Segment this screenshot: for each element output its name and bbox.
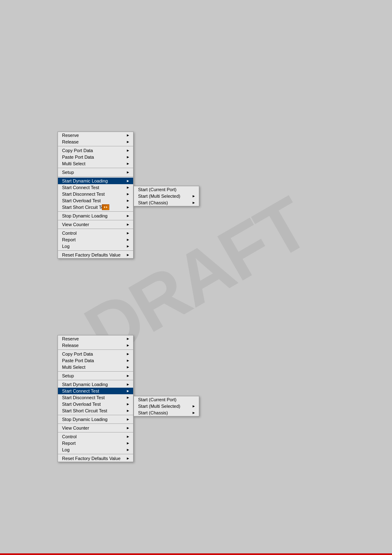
arrow-icon: ► xyxy=(126,382,130,386)
menu2-setup[interactable]: Setup ► xyxy=(58,372,133,379)
separator xyxy=(58,454,133,454)
arrow-icon: ► xyxy=(126,358,130,363)
arrow-icon: ► xyxy=(126,395,130,400)
menu1-reset-factory[interactable]: Reset Factory Defaults Value ► xyxy=(58,252,133,258)
menu2-reserve[interactable]: Reserve ► xyxy=(58,335,133,342)
draft-watermark: DRAFT xyxy=(0,0,392,555)
menu2-start-short-circuit-test[interactable]: Start Short Circuit Test ► xyxy=(58,407,133,414)
arrow-icon: ► xyxy=(126,140,130,144)
context-menu-1: Reserve ► Release ► Copy Port Data ► Pas… xyxy=(58,132,134,259)
separator xyxy=(58,211,133,212)
arrow-icon: ► xyxy=(126,244,130,248)
arrow-icon: ► xyxy=(126,448,130,452)
submenu-2: Start (Current Port) Start (Multi Select… xyxy=(134,396,199,416)
separator xyxy=(58,415,133,415)
menu1-start-disconnect-test[interactable]: Start Disconnect Test ► xyxy=(58,191,133,197)
svg-rect-2 xyxy=(106,206,107,208)
arrow-icon: ► xyxy=(126,199,130,203)
separator xyxy=(58,250,133,251)
menu2-start-overload-test[interactable]: Start Overload Test ► xyxy=(58,401,133,407)
menu1-start-dynamic-loading[interactable]: Start Dynamic Loading ► xyxy=(58,178,133,184)
sub1-start-current-port[interactable]: Start (Current Port) xyxy=(134,186,199,193)
menu1-report[interactable]: Report ► xyxy=(58,236,133,243)
separator xyxy=(58,220,133,220)
port-svg xyxy=(103,205,108,209)
menu2-report[interactable]: Report ► xyxy=(58,440,133,446)
arrow-icon: ► xyxy=(126,192,130,196)
menu2-log[interactable]: Log ► xyxy=(58,446,133,453)
menu2-start-dynamic-loading[interactable]: Start Dynamic Loading ► xyxy=(58,381,133,388)
menu1-start-overload-test[interactable]: Start Overload Test ► xyxy=(58,197,133,204)
port-icon xyxy=(102,204,109,212)
separator xyxy=(58,176,133,177)
arrow-icon: ► xyxy=(126,133,130,137)
menu2-view-counter[interactable]: View Counter ► xyxy=(58,425,133,431)
context-menu-2: Reserve ► Release ► Copy Port Data ► Pas… xyxy=(58,335,134,462)
menu2-multi-select[interactable]: Multi Select ► xyxy=(58,364,133,370)
arrow-icon: ► xyxy=(126,402,130,406)
menu2-paste-port-data[interactable]: Paste Port Data ► xyxy=(58,357,133,364)
arrow-icon: ► xyxy=(126,441,130,445)
arrow-icon: ► xyxy=(192,201,196,205)
menu2-reset-factory[interactable]: Reset Factory Defaults Value ► xyxy=(58,455,133,462)
submenu-1: Start (Current Port) Start (Multi Select… xyxy=(134,186,199,206)
separator xyxy=(58,380,133,380)
svg-rect-1 xyxy=(104,206,105,208)
menu1-paste-port-data[interactable]: Paste Port Data ► xyxy=(58,154,133,160)
menu1-start-connect-test[interactable]: Start Connect Test ► xyxy=(58,184,133,191)
menu1-setup[interactable]: Setup ► xyxy=(58,169,133,176)
menu2-control[interactable]: Control ► xyxy=(58,433,133,440)
sub2-start-current-port[interactable]: Start (Current Port) xyxy=(134,396,199,403)
menu1-start-short-circuit-test[interactable]: Start Short Circuit Test ► xyxy=(58,204,133,210)
arrow-icon: ► xyxy=(126,148,130,153)
menu1-log[interactable]: Log ► xyxy=(58,243,133,250)
separator xyxy=(58,146,133,146)
arrow-icon: ► xyxy=(126,343,130,347)
menu1-stop-dynamic-loading[interactable]: Stop Dynamic Loading ► xyxy=(58,213,133,219)
arrow-icon: ► xyxy=(126,238,130,242)
separator xyxy=(58,423,133,424)
arrow-icon: ► xyxy=(126,179,130,183)
arrow-icon: ► xyxy=(126,170,130,174)
menu2-start-disconnect-test[interactable]: Start Disconnect Test ► xyxy=(58,394,133,401)
menu2-release[interactable]: Release ► xyxy=(58,342,133,349)
arrow-icon: ► xyxy=(126,365,130,369)
separator xyxy=(58,432,133,432)
arrow-icon: ► xyxy=(126,337,130,341)
arrow-icon: ► xyxy=(126,374,130,378)
arrow-icon: ► xyxy=(126,214,130,218)
arrow-icon: ► xyxy=(126,409,130,413)
arrow-icon: ► xyxy=(126,231,130,235)
arrow-icon: ► xyxy=(192,411,196,415)
arrow-icon: ► xyxy=(126,155,130,159)
menu1-multi-select[interactable]: Multi Select ► xyxy=(58,160,133,167)
menu1-control[interactable]: Control ► xyxy=(58,230,133,236)
bottom-border xyxy=(0,553,392,555)
menu1-copy-port-data[interactable]: Copy Port Data ► xyxy=(58,147,133,154)
sub2-start-chassis[interactable]: Start (Chassis) ► xyxy=(134,409,199,416)
arrow-icon: ► xyxy=(192,404,196,408)
separator xyxy=(58,229,133,229)
menu2-start-connect-test[interactable]: Start Connect Test ► xyxy=(58,388,133,394)
menu2-stop-dynamic-loading[interactable]: Stop Dynamic Loading ► xyxy=(58,416,133,423)
menu1-reserve[interactable]: Reserve ► xyxy=(58,132,133,139)
arrow-icon: ► xyxy=(126,205,130,209)
arrow-icon: ► xyxy=(192,194,196,198)
arrow-icon: ► xyxy=(126,222,130,227)
arrow-icon: ► xyxy=(126,253,130,257)
separator xyxy=(58,168,133,168)
svg-rect-0 xyxy=(103,206,108,209)
separator xyxy=(58,371,133,372)
arrow-icon: ► xyxy=(126,352,130,356)
arrow-icon: ► xyxy=(126,426,130,430)
sub1-start-multi-selected[interactable]: Start (Multi Selected) ► xyxy=(134,193,199,199)
menu1-view-counter[interactable]: View Counter ► xyxy=(58,221,133,228)
arrow-icon: ► xyxy=(126,162,130,166)
menu2-copy-port-data[interactable]: Copy Port Data ► xyxy=(58,351,133,357)
sub2-start-multi-selected[interactable]: Start (Multi Selected) ► xyxy=(134,403,199,409)
separator xyxy=(58,349,133,350)
sub1-start-chassis[interactable]: Start (Chassis) ► xyxy=(134,199,199,206)
arrow-icon: ► xyxy=(126,389,130,393)
menu1-release[interactable]: Release ► xyxy=(58,139,133,145)
arrow-icon: ► xyxy=(126,185,130,190)
